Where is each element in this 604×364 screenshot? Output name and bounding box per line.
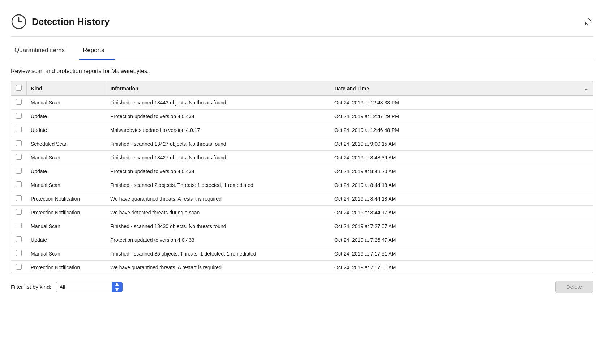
cell-kind: Manual Scan — [26, 151, 106, 164]
row-checkbox[interactable] — [16, 236, 22, 242]
row-checkbox-cell — [11, 261, 26, 273]
table-row: Manual ScanFinished - scanned 13430 obje… — [11, 219, 593, 233]
row-checkbox[interactable] — [16, 223, 22, 228]
row-checkbox-cell — [11, 110, 26, 123]
cell-kind: Manual Scan — [26, 96, 106, 110]
cell-information: We have detected threats during a scan — [106, 206, 330, 219]
table-row: Manual ScanFinished - scanned 2 objects.… — [11, 178, 593, 192]
row-checkbox-cell — [11, 96, 26, 110]
cell-information: We have quarantined threats. A restart i… — [106, 192, 330, 206]
reports-table-container: Kind Information Date and Time ⌄ Manual … — [11, 81, 593, 273]
app-header: Detection History — [11, 7, 593, 37]
cell-datetime: Oct 24, 2019 at 8:44:18 AM — [330, 192, 593, 206]
row-checkbox[interactable] — [16, 168, 22, 174]
cell-kind: Scheduled Scan — [26, 137, 106, 151]
reports-table: Kind Information Date and Time ⌄ Manual … — [11, 81, 593, 273]
cell-datetime: Oct 24, 2019 at 8:44:18 AM — [330, 178, 593, 192]
row-checkbox[interactable] — [16, 154, 22, 160]
table-row: Manual ScanFinished - scanned 13443 obje… — [11, 96, 593, 110]
table-row: UpdateProtection updated to version 4.0.… — [11, 110, 593, 123]
cell-information: Protection updated to version 4.0.434 — [106, 110, 330, 123]
cell-information: We have quarantined threats. A restart i… — [106, 261, 330, 273]
row-checkbox-cell — [11, 233, 26, 247]
cell-kind: Protection Notification — [26, 261, 106, 273]
col-header-datetime: Date and Time ⌄ — [330, 81, 593, 96]
page-subtitle: Review scan and protection reports for M… — [11, 68, 593, 74]
table-row: UpdateProtection updated to version 4.0.… — [11, 164, 593, 178]
cell-datetime: Oct 24, 2019 at 12:47:29 PM — [330, 110, 593, 123]
col-header-kind: Kind — [26, 81, 106, 96]
collapse-icon — [584, 17, 592, 26]
row-checkbox[interactable] — [16, 195, 22, 201]
cell-datetime: Oct 24, 2019 at 9:00:15 AM — [330, 137, 593, 151]
table-row: Protection NotificationWe have detected … — [11, 206, 593, 219]
row-checkbox-cell — [11, 219, 26, 233]
filter-section: Filter list by kind: AllManual ScanSched… — [11, 282, 123, 292]
cell-kind: Manual Scan — [26, 219, 106, 233]
filter-label: Filter list by kind: — [11, 284, 51, 290]
row-checkbox[interactable] — [16, 113, 22, 119]
row-checkbox[interactable] — [16, 181, 22, 187]
cell-information: Finished - scanned 13427 objects. No thr… — [106, 137, 330, 151]
filter-kind-select[interactable]: AllManual ScanScheduled ScanUpdateProtec… — [56, 282, 123, 292]
cell-information: Finished - scanned 13430 objects. No thr… — [106, 219, 330, 233]
cell-information: Malwarebytes updated to version 4.0.17 — [106, 123, 330, 137]
cell-kind: Update — [26, 123, 106, 137]
row-checkbox[interactable] — [16, 209, 22, 215]
table-scroll-area[interactable]: Kind Information Date and Time ⌄ Manual … — [11, 81, 593, 273]
page-title: Detection History — [32, 16, 110, 27]
table-row: Protection NotificationWe have quarantin… — [11, 192, 593, 206]
row-checkbox[interactable] — [16, 127, 22, 132]
tab-reports[interactable]: Reports — [79, 40, 115, 60]
cell-datetime: Oct 24, 2019 at 7:27:07 AM — [330, 219, 593, 233]
table-row: UpdateMalwarebytes updated to version 4.… — [11, 123, 593, 137]
clock-icon — [11, 14, 27, 30]
filter-select-wrapper: AllManual ScanScheduled ScanUpdateProtec… — [56, 282, 123, 292]
cell-datetime: Oct 24, 2019 at 7:26:47 AM — [330, 233, 593, 247]
col-header-information: Information — [106, 81, 330, 96]
row-checkbox-cell — [11, 247, 26, 261]
header-checkbox-cell — [11, 81, 26, 96]
sort-chevron-icon[interactable]: ⌄ — [584, 85, 588, 92]
cell-datetime: Oct 24, 2019 at 8:44:17 AM — [330, 206, 593, 219]
cell-information: Finished - scanned 2 objects. Threats: 1… — [106, 178, 330, 192]
cell-information: Finished - scanned 13427 objects. No thr… — [106, 151, 330, 164]
cell-datetime: Oct 24, 2019 at 8:48:39 AM — [330, 151, 593, 164]
cell-information: Finished - scanned 13443 objects. No thr… — [106, 96, 330, 110]
cell-information: Protection updated to version 4.0.433 — [106, 233, 330, 247]
cell-kind: Protection Notification — [26, 206, 106, 219]
cell-kind: Update — [26, 164, 106, 178]
cell-kind: Protection Notification — [26, 192, 106, 206]
cell-datetime: Oct 24, 2019 at 12:46:48 PM — [330, 123, 593, 137]
row-checkbox-cell — [11, 206, 26, 219]
table-body: Manual ScanFinished - scanned 13443 obje… — [11, 96, 593, 273]
footer: Filter list by kind: AllManual ScanSched… — [11, 281, 593, 293]
table-row: Manual ScanFinished - scanned 13427 obje… — [11, 151, 593, 164]
row-checkbox-cell — [11, 123, 26, 137]
tab-bar: Quarantined items Reports — [11, 40, 593, 60]
table-row: UpdateProtection updated to version 4.0.… — [11, 233, 593, 247]
row-checkbox[interactable] — [16, 140, 22, 146]
table-header-row: Kind Information Date and Time ⌄ — [11, 81, 593, 96]
cell-datetime: Oct 24, 2019 at 7:17:51 AM — [330, 261, 593, 273]
row-checkbox[interactable] — [16, 99, 22, 105]
table-row: Scheduled ScanFinished - scanned 13427 o… — [11, 137, 593, 151]
row-checkbox[interactable] — [16, 250, 22, 256]
tab-quarantined-items[interactable]: Quarantined items — [11, 40, 76, 60]
row-checkbox-cell — [11, 178, 26, 192]
cell-kind: Manual Scan — [26, 247, 106, 261]
cell-datetime: Oct 24, 2019 at 7:17:51 AM — [330, 247, 593, 261]
cell-kind: Update — [26, 233, 106, 247]
collapse-button[interactable] — [583, 17, 593, 27]
cell-information: Protection updated to version 4.0.434 — [106, 164, 330, 178]
table-row: Manual ScanFinished - scanned 85 objects… — [11, 247, 593, 261]
delete-button[interactable]: Delete — [555, 281, 593, 293]
cell-kind: Manual Scan — [26, 178, 106, 192]
cell-datetime: Oct 24, 2019 at 12:48:33 PM — [330, 96, 593, 110]
select-all-checkbox[interactable] — [16, 85, 22, 91]
table-row: Protection NotificationWe have quarantin… — [11, 261, 593, 273]
row-checkbox-cell — [11, 151, 26, 164]
cell-datetime: Oct 24, 2019 at 8:48:20 AM — [330, 164, 593, 178]
row-checkbox-cell — [11, 137, 26, 151]
row-checkbox[interactable] — [16, 264, 22, 270]
